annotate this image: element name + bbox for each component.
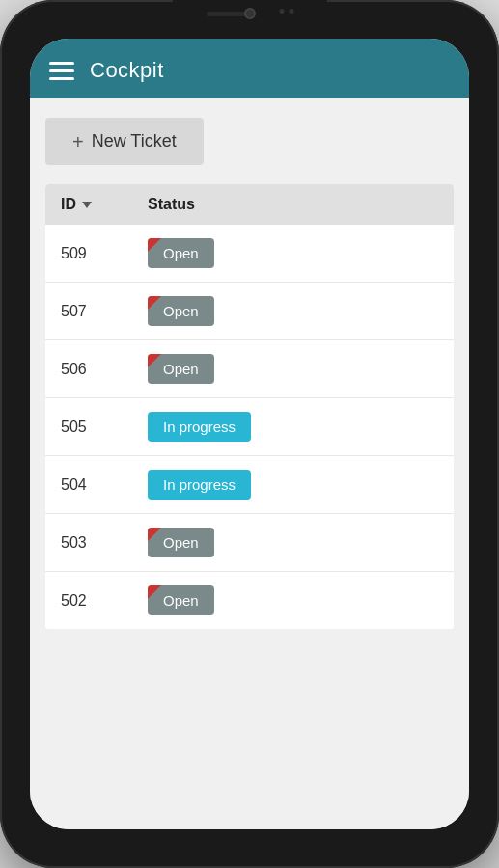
hamburger-line <box>49 69 74 72</box>
ticket-id: 509 <box>61 245 148 262</box>
table-row[interactable]: 505 In progress <box>45 398 454 456</box>
table-row[interactable]: 504 In progress <box>45 456 454 514</box>
ticket-id: 507 <box>61 303 148 320</box>
new-ticket-label: New Ticket <box>92 131 177 151</box>
phone-camera <box>244 8 256 19</box>
hamburger-menu-icon[interactable] <box>49 62 74 80</box>
status-badge-open: Open <box>148 296 214 326</box>
app-header: Cockpit <box>30 39 469 98</box>
ticket-status: Open <box>148 238 438 268</box>
ticket-table: ID Status 509 Open 507 Open <box>45 184 454 629</box>
status-badge-in-progress: In progress <box>148 412 251 442</box>
table-row[interactable]: 503 Open <box>45 514 454 572</box>
status-badge-open: Open <box>148 585 214 615</box>
ticket-id: 503 <box>61 534 148 552</box>
phone-dots <box>279 9 293 14</box>
table-row[interactable]: 502 Open <box>45 572 454 629</box>
ticket-status: Open <box>148 354 438 384</box>
status-badge-open: Open <box>148 354 214 384</box>
ticket-status: In progress <box>148 470 438 500</box>
hamburger-line <box>49 62 74 65</box>
ticket-id: 506 <box>61 361 148 378</box>
status-badge-open: Open <box>148 238 214 268</box>
app-content: + New Ticket ID Status 509 Open <box>30 98 469 829</box>
phone-dot <box>289 9 293 14</box>
status-badge-open: Open <box>148 528 214 557</box>
ticket-status: Open <box>148 528 438 557</box>
id-label: ID <box>61 196 76 213</box>
table-row[interactable]: 509 Open <box>45 225 454 283</box>
table-row[interactable]: 506 Open <box>45 340 454 398</box>
app-title: Cockpit <box>90 58 164 83</box>
ticket-id: 504 <box>61 476 148 494</box>
phone-frame: Cockpit + New Ticket ID Status <box>0 0 499 868</box>
hamburger-line <box>49 77 74 80</box>
column-header-id: ID <box>61 196 148 213</box>
ticket-status: In progress <box>148 412 438 442</box>
ticket-id: 502 <box>61 592 148 610</box>
ticket-status: Open <box>148 585 438 615</box>
phone-dot <box>279 9 284 14</box>
table-row[interactable]: 507 Open <box>45 283 454 340</box>
new-ticket-button[interactable]: + New Ticket <box>45 118 204 165</box>
ticket-id: 505 <box>61 419 148 436</box>
sort-arrow-icon[interactable] <box>82 202 92 208</box>
phone-screen: Cockpit + New Ticket ID Status <box>30 39 469 829</box>
column-header-status: Status <box>148 196 438 213</box>
phone-notch <box>173 0 327 27</box>
table-header: ID Status <box>45 184 454 225</box>
status-badge-in-progress: In progress <box>148 470 251 500</box>
plus-icon: + <box>72 132 84 151</box>
ticket-status: Open <box>148 296 438 326</box>
